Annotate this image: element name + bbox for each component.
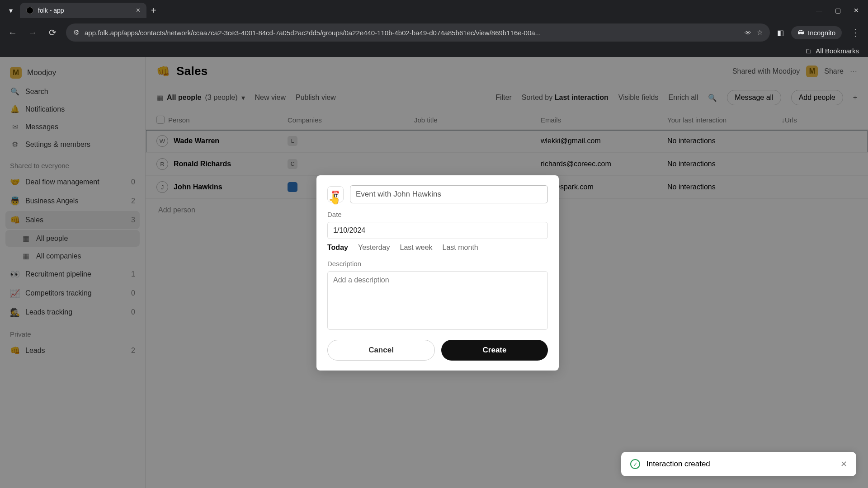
menu-icon[interactable]: ⋮	[849, 26, 862, 39]
quick-last-month[interactable]: Last month	[443, 244, 478, 252]
cancel-button[interactable]: Cancel	[327, 340, 435, 361]
url-text: app.folk.app/apps/contacts/network/ccaa7…	[85, 29, 739, 37]
cursor-pointer-icon: 👆	[328, 193, 340, 205]
quick-today[interactable]: Today	[327, 244, 348, 252]
back-icon[interactable]: ←	[6, 26, 19, 39]
toast-success: ✓ Interaction created ✕	[621, 452, 856, 476]
create-event-modal: 📅 Date 1/10/2024 Today Yesterday Last we…	[316, 175, 559, 371]
toast-message: Interaction created	[646, 460, 710, 469]
close-window-icon[interactable]: ✕	[854, 7, 859, 14]
description-input[interactable]	[327, 271, 548, 330]
minimize-icon[interactable]: —	[816, 7, 822, 14]
bookmarks-folder-icon: 🗀	[805, 47, 812, 55]
quick-last-week[interactable]: Last week	[400, 244, 433, 252]
tab-title: folk - app	[38, 7, 64, 14]
all-bookmarks[interactable]: All Bookmarks	[816, 47, 859, 55]
date-label: Date	[327, 211, 548, 218]
date-input[interactable]: 1/10/2024	[327, 222, 548, 239]
incognito-badge[interactable]: 🕶 Incognito	[791, 26, 842, 39]
browser-chrome: ▾ folk - app × + — ▢ ✕ ← → ⟳ ⚙ app.folk.…	[0, 0, 868, 57]
forward-icon[interactable]: →	[26, 26, 39, 39]
eye-off-icon[interactable]: 👁	[745, 29, 751, 37]
maximize-icon[interactable]: ▢	[835, 7, 841, 14]
new-tab-button[interactable]: +	[151, 5, 156, 16]
close-toast-icon[interactable]: ✕	[840, 459, 847, 469]
tab-dropdown[interactable]: ▾	[5, 5, 16, 16]
browser-tab[interactable]: folk - app ×	[20, 3, 146, 18]
event-title-input[interactable]	[350, 185, 548, 203]
site-settings-icon[interactable]: ⚙	[73, 28, 79, 37]
quick-yesterday[interactable]: Yesterday	[358, 244, 390, 252]
reload-icon[interactable]: ⟳	[46, 26, 59, 39]
create-button[interactable]: Create	[441, 340, 548, 361]
close-tab-icon[interactable]: ×	[136, 6, 140, 14]
check-circle-icon: ✓	[630, 459, 640, 469]
incognito-icon: 🕶	[797, 29, 804, 37]
favicon-icon	[26, 7, 33, 14]
description-label: Description	[327, 260, 548, 267]
side-panel-icon[interactable]: ◧	[777, 28, 784, 37]
star-icon[interactable]: ☆	[757, 28, 763, 37]
